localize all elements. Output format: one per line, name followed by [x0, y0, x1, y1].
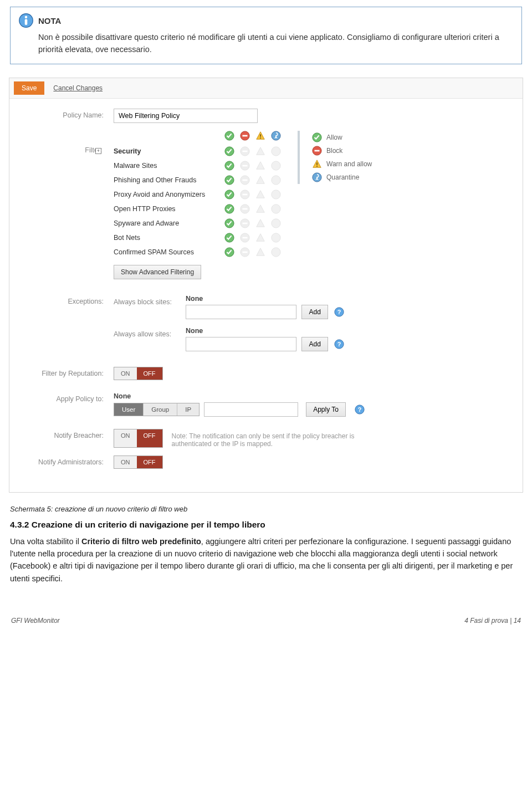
allow-icon[interactable]: [224, 190, 234, 199]
breacher-toggle[interactable]: ON OFF: [114, 429, 163, 448]
apply-policy-label: Apply Policy to:: [25, 392, 114, 403]
filter-cat-spyware[interactable]: Spyware and Adware: [114, 219, 224, 227]
svg-rect-23: [243, 193, 248, 195]
svg-rect-45: [316, 166, 318, 167]
warn-icon[interactable]: [255, 146, 265, 156]
block-icon[interactable]: [240, 161, 250, 171]
seg-group[interactable]: Group: [144, 403, 177, 416]
legend-block: Block: [326, 147, 342, 155]
block-icon: [312, 146, 322, 156]
svg-rect-11: [243, 150, 248, 152]
allow-icon[interactable]: [224, 204, 234, 214]
allow-icon: [224, 131, 234, 141]
help-icon[interactable]: ?: [334, 307, 344, 317]
warn-icon[interactable]: [255, 204, 265, 214]
reputation-toggle[interactable]: ON OFF: [114, 367, 163, 380]
block-icon[interactable]: [240, 218, 250, 228]
svg-rect-43: [315, 150, 320, 151]
quarantine-icon[interactable]: [271, 247, 281, 257]
section-body: Una volta stabilito il Criterio di filtr…: [10, 535, 522, 585]
quarantine-icon[interactable]: [271, 146, 281, 156]
apply-to-button[interactable]: Apply To: [306, 402, 346, 417]
svg-rect-7: [260, 137, 261, 139]
footer-left: GFI WebMonitor: [11, 617, 60, 625]
svg-rect-19: [243, 179, 248, 181]
block-icon[interactable]: [240, 204, 250, 214]
svg-point-32: [272, 218, 280, 227]
block-icon[interactable]: [240, 146, 250, 156]
svg-rect-27: [243, 208, 248, 209]
block-icon[interactable]: [240, 190, 250, 199]
apply-input[interactable]: [204, 402, 298, 417]
svg-rect-31: [243, 222, 248, 224]
apply-segment[interactable]: User Group IP: [114, 403, 200, 416]
warn-icon: [312, 159, 322, 169]
legend-allow: Allow: [326, 134, 342, 141]
warn-icon[interactable]: [255, 247, 265, 257]
add-allow-button[interactable]: Add: [301, 337, 328, 351]
filter-cat-phishing[interactable]: Phishing and Other Frauds: [114, 176, 224, 184]
filter-cat-openhttp[interactable]: Open HTTP Proxies: [114, 205, 224, 213]
warn-icon: [255, 131, 265, 141]
allow-icon[interactable]: [224, 161, 234, 171]
quarantine-icon[interactable]: [271, 233, 281, 243]
warn-icon[interactable]: [255, 161, 265, 171]
exceptions-label: Exceptions:: [25, 295, 114, 305]
block-icon[interactable]: [240, 247, 250, 257]
admins-toggle[interactable]: ON OFF: [114, 456, 163, 469]
policy-panel: Save Cancel Changes Policy Name: Filter:…: [9, 78, 523, 493]
svg-text:?: ?: [358, 406, 362, 412]
filter-cat-security[interactable]: Security: [114, 147, 224, 155]
toggle-off[interactable]: OFF: [137, 367, 162, 380]
save-button[interactable]: Save: [14, 81, 44, 95]
svg-text:?: ?: [337, 341, 341, 347]
figure-caption: Schermata 5: creazione di un nuovo crite…: [10, 505, 522, 513]
seg-ip[interactable]: IP: [177, 403, 199, 416]
filter-cat-botnets[interactable]: Bot Nets: [114, 234, 224, 242]
apply-policy-value: None: [114, 392, 507, 400]
allow-icon[interactable]: [224, 247, 234, 257]
quarantine-icon[interactable]: [271, 190, 281, 199]
toggle-off[interactable]: OFF: [137, 456, 162, 468]
always-allow-input[interactable]: [186, 337, 296, 351]
filter-cat-spam[interactable]: Confirmed SPAM Sources: [114, 248, 224, 256]
always-block-input[interactable]: [186, 305, 296, 319]
page-footer: GFI WebMonitor 4 Fasi di prova | 14: [0, 590, 532, 632]
add-block-button[interactable]: Add: [301, 305, 328, 319]
help-icon[interactable]: ?: [334, 339, 344, 349]
svg-point-28: [272, 204, 280, 213]
allow-icon[interactable]: [224, 218, 234, 228]
always-allow-value: None: [186, 327, 344, 335]
help-icon[interactable]: ?: [355, 405, 365, 415]
toggle-on[interactable]: ON: [114, 456, 137, 468]
svg-rect-15: [243, 165, 248, 166]
toggle-on[interactable]: ON: [114, 367, 137, 380]
svg-point-20: [272, 175, 280, 184]
warn-icon[interactable]: [255, 190, 265, 199]
allow-icon[interactable]: [224, 175, 234, 185]
allow-icon[interactable]: [224, 233, 234, 243]
quarantine-icon[interactable]: [271, 161, 281, 171]
quarantine-icon[interactable]: [271, 218, 281, 228]
filter-cat-malware[interactable]: Malware Sites: [114, 162, 224, 170]
seg-user[interactable]: User: [114, 403, 144, 416]
block-icon[interactable]: [240, 175, 250, 185]
note-box: NOTA Non è possibile disattivare questo …: [10, 7, 522, 64]
quarantine-icon[interactable]: [271, 175, 281, 185]
expand-icon[interactable]: +: [95, 148, 101, 154]
toggle-off[interactable]: OFF: [137, 429, 162, 447]
cancel-changes-link[interactable]: Cancel Changes: [53, 84, 103, 92]
allow-icon[interactable]: [224, 146, 234, 156]
notify-breacher-label: Notify Breacher:: [25, 429, 114, 439]
show-advanced-button[interactable]: Show Advanced Filtering: [114, 265, 201, 279]
warn-icon[interactable]: [255, 175, 265, 185]
warn-icon[interactable]: [255, 233, 265, 243]
toggle-on[interactable]: ON: [114, 429, 137, 447]
quarantine-icon[interactable]: [271, 204, 281, 214]
svg-rect-44: [316, 162, 318, 165]
warn-icon[interactable]: [255, 218, 265, 228]
filter-cat-proxy[interactable]: Proxy Avoid and Anonymizers: [114, 191, 224, 198]
policy-name-label: Policy Name:: [25, 109, 114, 119]
policy-name-input[interactable]: [114, 109, 258, 123]
block-icon[interactable]: [240, 233, 250, 243]
